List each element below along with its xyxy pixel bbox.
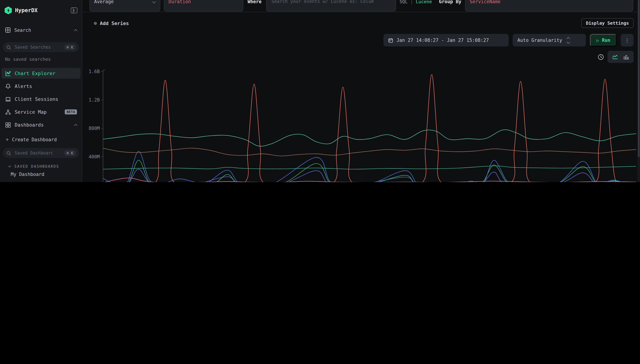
granularity-value: Auto Granularity — [517, 38, 562, 43]
hyperdx-logo-icon — [5, 6, 12, 14]
select-arrows-icon — [567, 37, 569, 43]
sidebar-item-service-map[interactable]: Service Map BETA — [2, 106, 81, 117]
run-button[interactable]: ▷ Run — [590, 34, 617, 46]
svg-text:1.2B: 1.2B — [89, 97, 100, 102]
time-range-value: Jan 27 14:08:27 - Jan 27 15:08:27 — [397, 38, 489, 43]
kebab-icon: ⋮ — [624, 37, 630, 43]
run-label: Run — [602, 38, 610, 43]
more-options-button[interactable]: ⋮ — [621, 34, 633, 46]
main-area: Average Duration Where SQL | Lucene Grou… — [83, 0, 640, 182]
sql-option[interactable]: SQL — [400, 0, 408, 4]
clock-icon[interactable] — [598, 54, 604, 60]
bar-chart-icon[interactable] — [623, 54, 629, 60]
series-toolbar: ⊕ Add Series Display Settings — [83, 12, 640, 34]
timeseries-chart[interactable]: 0400M800M1.2B1.6BJan 27 2:08:00 PM2:17:0… — [86, 69, 640, 182]
beta-badge: BETA — [65, 110, 77, 114]
sidebar-item-label: Alerts — [15, 83, 32, 89]
sidebar-item-dashboards[interactable]: Dashboards — [2, 120, 81, 130]
granularity-select[interactable]: Auto Granularity — [513, 34, 586, 46]
time-range-picker[interactable]: Jan 27 14:08:27 - Jan 27 15:08:27 — [384, 34, 509, 46]
calendar-icon — [388, 38, 393, 43]
line-chart-icon[interactable] — [612, 54, 618, 60]
aggregation-value: Average — [94, 0, 114, 4]
chevron-down-icon — [8, 164, 11, 167]
chevron-up-icon — [74, 124, 78, 127]
add-series-label: Add Series — [100, 20, 129, 26]
search-query-field[interactable] — [271, 0, 374, 4]
sidebar-item-label: Service Map — [15, 109, 47, 115]
chevron-down-icon — [152, 0, 156, 4]
logo-row: HyperDX — [0, 0, 82, 21]
field-input[interactable]: Duration — [164, 0, 243, 12]
svg-text:400M: 400M — [89, 154, 100, 160]
group-label: SAVED DASHBOARDS — [14, 164, 59, 168]
sql-lucene-toggle[interactable]: SQL | Lucene — [400, 0, 432, 4]
sidebar-item-label: Client Sessions — [15, 96, 58, 102]
no-saved-searches-text: No saved searches — [0, 56, 82, 62]
toggle-divider: | — [410, 0, 413, 4]
play-icon: ▷ — [596, 38, 599, 43]
chevron-down-icon — [8, 182, 11, 182]
plus-icon: + — [6, 136, 9, 142]
group-label: PRESETS — [14, 181, 34, 182]
group-by-label: Group By — [439, 0, 461, 4]
service-map-icon — [5, 109, 11, 115]
time-controls: Jan 27 14:08:27 - Jan 27 15:08:27 Auto G… — [384, 34, 633, 46]
grid-icon — [5, 27, 11, 33]
add-series-button[interactable]: ⊕ Add Series — [94, 20, 129, 26]
app-title: HyperDX — [15, 7, 38, 14]
laptop-icon — [5, 96, 11, 102]
scrollbar[interactable] — [637, 0, 640, 182]
dashboards-icon — [5, 122, 11, 128]
sidebar-item-label: Chart Explorer — [15, 70, 56, 76]
search-icon — [7, 45, 11, 50]
field-value: Duration — [169, 0, 191, 4]
group-by-value: ServiceName — [470, 0, 500, 4]
group-by-input[interactable]: ServiceName — [465, 0, 633, 12]
sidebar-item-chart-explorer[interactable]: Chart Explorer — [2, 68, 81, 79]
plus-circle-icon: ⊕ — [94, 20, 97, 26]
chevron-up-icon — [74, 29, 78, 32]
sidebar-collapse-icon[interactable] — [71, 8, 77, 13]
search-icon — [7, 151, 11, 155]
create-dashboard-label: Create Dashboard — [12, 137, 57, 142]
where-label: Where — [248, 0, 262, 4]
saved-searches-input[interactable]: ⌘ K — [3, 42, 79, 52]
svg-text:800M: 800M — [89, 126, 100, 131]
dashboard-item-my-dashboard[interactable]: My Dashboard — [0, 170, 82, 179]
shortcut-badge: ⌘ K — [64, 44, 76, 50]
presets-group[interactable]: PRESETS — [0, 180, 82, 182]
saved-searches-field[interactable] — [14, 44, 53, 50]
saved-dashboards-field[interactable] — [14, 150, 53, 156]
query-bar: Average Duration Where SQL | Lucene Grou… — [83, 0, 640, 12]
sidebar-item-client-sessions[interactable]: Client Sessions — [2, 94, 81, 104]
lucene-option[interactable]: Lucene — [416, 0, 432, 4]
display-settings-button[interactable]: Display Settings — [581, 18, 633, 28]
scrollbar-thumb[interactable] — [638, 0, 640, 157]
sidebar-item-label: Search — [14, 27, 31, 33]
saved-dashboards-input[interactable]: ⌘ K — [3, 148, 79, 158]
shortcut-badge: ⌘ K — [64, 150, 76, 156]
sidebar-item-search[interactable]: Search — [0, 24, 82, 36]
bell-icon — [5, 83, 11, 89]
search-query-input[interactable] — [266, 0, 396, 12]
aggregation-select[interactable]: Average — [90, 0, 160, 12]
sidebar: HyperDX Search ⌘ K No saved searches Cha… — [0, 0, 82, 182]
create-dashboard-button[interactable]: + Create Dashboard — [0, 134, 82, 144]
app-window: HyperDX Search ⌘ K No saved searches Cha… — [0, 0, 640, 182]
chart-explorer-icon — [5, 70, 11, 76]
sidebar-item-label: Dashboards — [15, 122, 44, 128]
saved-dashboards-group[interactable]: SAVED DASHBOARDS — [0, 163, 82, 170]
sidebar-item-alerts[interactable]: Alerts — [2, 81, 81, 92]
chart-type-controls — [598, 51, 633, 63]
svg-text:1.6B: 1.6B — [89, 69, 100, 74]
chart-type-toggle — [607, 51, 633, 63]
